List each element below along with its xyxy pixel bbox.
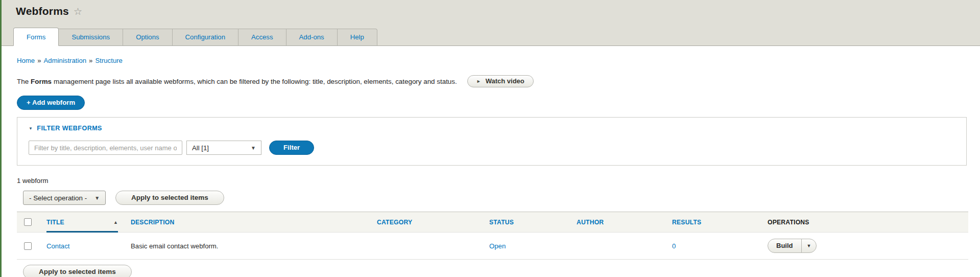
sort-author-link[interactable]: AUTHOR xyxy=(577,219,604,226)
operations-dropdown-toggle[interactable]: ▼ xyxy=(801,239,817,252)
column-header-description: DESCRIPTION xyxy=(131,212,377,233)
column-header-results: RESULTS xyxy=(672,212,768,233)
sort-results-link[interactable]: RESULTS xyxy=(672,219,701,226)
breadcrumb-separator: » xyxy=(89,57,92,64)
sort-category-link[interactable]: CATEGORY xyxy=(377,219,412,226)
filter-category-select[interactable]: All [1] ▼ xyxy=(186,141,261,155)
add-webform-button[interactable]: + Add webform xyxy=(17,96,85,110)
filter-panel-legend-label: FILTER WEBFORMS xyxy=(37,125,102,132)
play-icon: ► xyxy=(476,79,481,84)
breadcrumb-administration-link[interactable]: Administration xyxy=(44,57,87,64)
tab-configuration[interactable]: Configuration xyxy=(173,29,238,46)
filter-webforms-panel: ▼ FILTER WEBFORMS All [1] ▼ Filter xyxy=(17,117,967,166)
watch-video-label: Watch video xyxy=(486,77,524,85)
sort-ascending-icon: ▲ xyxy=(113,220,118,225)
watch-video-button[interactable]: ► Watch video xyxy=(467,75,534,87)
column-header-operations: OPERATIONS xyxy=(768,212,968,233)
webform-title-link[interactable]: Contact xyxy=(46,242,69,250)
tab-forms[interactable]: Forms xyxy=(13,28,59,46)
chevron-down-icon: ▼ xyxy=(94,195,100,201)
table-header-row: TITLE ▲ DESCRIPTION CATEGORY STATUS AUTH… xyxy=(17,212,968,233)
select-all-checkbox[interactable] xyxy=(24,218,32,226)
webforms-table: TITLE ▲ DESCRIPTION CATEGORY STATUS AUTH… xyxy=(17,212,968,260)
intro-text-rest: management page lists all available webf… xyxy=(54,78,457,85)
collapse-caret-icon: ▼ xyxy=(29,126,33,131)
tab-add-ons[interactable]: Add-ons xyxy=(286,29,338,46)
tab-access[interactable]: Access xyxy=(238,29,286,46)
tab-help[interactable]: Help xyxy=(338,29,377,46)
sort-status-link[interactable]: STATUS xyxy=(489,219,514,226)
chevron-down-icon: ▼ xyxy=(251,145,256,151)
column-header-status: STATUS xyxy=(489,212,577,233)
column-header-title: TITLE ▲ xyxy=(46,212,131,233)
tab-submissions[interactable]: Submissions xyxy=(59,29,123,46)
row-checkbox[interactable] xyxy=(24,242,32,250)
primary-tabs: Forms Submissions Options Configuration … xyxy=(13,28,377,46)
bulk-operation-select-value: - Select operation - xyxy=(29,194,87,202)
sort-description-link[interactable]: DESCRIPTION xyxy=(131,219,175,226)
column-header-author: AUTHOR xyxy=(577,212,672,233)
breadcrumb-structure-link[interactable]: Structure xyxy=(95,57,123,64)
operations-split-button: Build ▼ xyxy=(768,239,817,253)
page-title: Webforms xyxy=(16,5,69,17)
favorite-star-icon[interactable]: ☆ xyxy=(74,7,82,16)
webform-status-link[interactable]: Open xyxy=(489,242,506,250)
filter-submit-button[interactable]: Filter xyxy=(269,141,314,155)
filter-category-select-value: All [1] xyxy=(192,144,209,152)
chevron-down-icon: ▼ xyxy=(807,243,811,248)
apply-to-selected-button-top[interactable]: Apply to selected items xyxy=(115,191,224,205)
intro-description: The Forms management page lists all avai… xyxy=(17,75,967,87)
breadcrumb-home-link[interactable]: Home xyxy=(17,57,35,64)
apply-to-selected-button-bottom[interactable]: Apply to selected items xyxy=(23,265,132,277)
intro-text-prefix: The xyxy=(17,78,29,85)
bulk-operation-select[interactable]: - Select operation - ▼ xyxy=(23,191,106,205)
column-header-category: CATEGORY xyxy=(377,212,489,233)
breadcrumb: Home»Administration»Structure xyxy=(17,57,967,64)
webform-results-link[interactable]: 0 xyxy=(672,242,676,250)
webform-description: Basic email contact webform. xyxy=(131,233,377,260)
table-row: Contact Basic email contact webform. Ope… xyxy=(17,233,968,260)
bulk-operations-row: - Select operation - ▼ Apply to selected… xyxy=(23,191,980,205)
results-summary: 1 webform xyxy=(17,177,980,184)
webform-category xyxy=(377,233,489,260)
filter-panel-legend[interactable]: ▼ FILTER WEBFORMS xyxy=(29,125,955,132)
filter-controls: All [1] ▼ Filter xyxy=(29,141,955,155)
build-button[interactable]: Build xyxy=(768,239,801,252)
sort-title-link[interactable]: TITLE xyxy=(46,219,64,226)
tab-options[interactable]: Options xyxy=(123,29,172,46)
breadcrumb-separator: » xyxy=(37,57,41,64)
webform-author xyxy=(577,233,672,260)
intro-text-bold: Forms xyxy=(31,78,52,85)
webforms-admin-page: Webforms ☆ Forms Submissions Options Con… xyxy=(0,0,980,277)
filter-keyword-input[interactable] xyxy=(29,141,182,155)
page-header: Webforms ☆ Forms Submissions Options Con… xyxy=(2,0,980,46)
